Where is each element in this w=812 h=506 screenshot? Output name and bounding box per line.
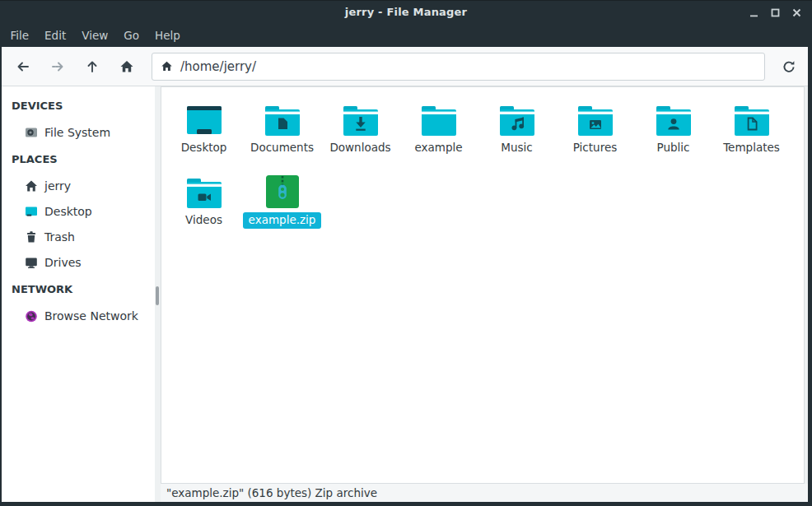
forward-button[interactable] — [46, 54, 69, 79]
sidebar-item-label: Drives — [44, 256, 82, 269]
sidebar-scrollbar[interactable] — [155, 86, 161, 502]
menu-help[interactable]: Help — [147, 26, 189, 45]
file-example-zip[interactable]: example.zip — [243, 172, 321, 244]
menu-go[interactable]: Go — [116, 26, 147, 45]
toolbar: /home/jerry/ — [2, 47, 808, 86]
statusbar-text: "example.zip" (616 bytes) Zip archive — [166, 486, 377, 499]
zip-icon — [264, 172, 301, 210]
arrow-up-icon — [85, 59, 100, 74]
path-text: /home/jerry/ — [180, 59, 256, 74]
harddisk-icon — [25, 126, 38, 139]
folder-templates-icon — [732, 100, 772, 137]
file-example[interactable]: example — [399, 100, 478, 172]
titlebar: jerry - File Manager — [0, 0, 812, 23]
window-body: /home/jerry/ DEVICES File SystemPLACES j… — [2, 47, 808, 502]
sidebar-item-trash[interactable]: Trash — [2, 224, 155, 249]
folder-downloads-icon — [341, 100, 380, 137]
home-small-icon — [25, 179, 38, 193]
file-label: Music — [495, 140, 538, 156]
home-button[interactable] — [115, 54, 138, 79]
window-controls — [743, 1, 807, 24]
file-music[interactable]: Music — [478, 100, 556, 172]
statusbar: "example.zip" (616 bytes) Zip archive — [161, 484, 808, 502]
nav-buttons — [12, 54, 150, 79]
sidebar-item-desktop[interactable]: Desktop — [2, 198, 155, 224]
file-label: Templates — [717, 140, 786, 156]
sidebar-item-jerry[interactable]: jerry — [2, 173, 155, 198]
file-desktop[interactable]: Desktop — [165, 100, 243, 172]
folder-videos-icon — [184, 172, 224, 210]
folder-documents-icon — [263, 100, 302, 137]
sidebar-item-label: Trash — [44, 230, 75, 244]
path-home-icon — [161, 60, 173, 72]
main-column: Desktop Documents Downloads example Musi… — [161, 86, 808, 502]
file-label: Public — [651, 140, 696, 156]
file-label: example.zip — [243, 212, 322, 229]
desktop-icon — [184, 100, 224, 137]
minimize-icon — [749, 7, 759, 18]
maximize-button[interactable] — [764, 2, 786, 22]
file-public[interactable]: Public — [634, 100, 712, 172]
arrow-right-icon — [50, 59, 65, 74]
sidebar-item-label: Desktop — [44, 205, 92, 218]
back-button[interactable] — [12, 54, 35, 79]
menu-edit[interactable]: Edit — [37, 26, 74, 45]
file-videos[interactable]: Videos — [165, 172, 243, 244]
file-label: Pictures — [567, 140, 623, 156]
folder-music-icon — [497, 100, 537, 137]
file-documents[interactable]: Documents — [243, 100, 321, 172]
folder-pictures-icon — [576, 100, 615, 137]
home-icon — [119, 59, 134, 74]
arrow-left-icon — [16, 59, 30, 74]
file-label: Downloads — [324, 140, 396, 156]
scrollbar-thumb[interactable] — [156, 286, 159, 305]
minimize-button[interactable] — [743, 2, 764, 22]
sidebar-item-label: jerry — [44, 179, 71, 193]
file-grid: Desktop Documents Downloads example Musi… — [161, 86, 805, 484]
window-title: jerry - File Manager — [345, 6, 467, 18]
up-button[interactable] — [81, 54, 104, 79]
sidebar-item-drives[interactable]: Drives — [2, 249, 155, 275]
maximize-icon — [770, 7, 781, 18]
path-bar[interactable]: /home/jerry/ — [152, 53, 765, 81]
sidebar-item-browse-network[interactable]: Browse Network — [2, 303, 155, 328]
folder-icon — [419, 100, 459, 137]
menu-view[interactable]: View — [74, 26, 116, 45]
sidebar-header-devices: DEVICES — [2, 91, 155, 119]
reload-button[interactable] — [777, 54, 801, 79]
desktop-small-icon — [25, 205, 38, 218]
sidebar-item-file-system[interactable]: File System — [2, 119, 155, 145]
menubar: FileEditViewGoHelp — [0, 23, 812, 47]
sidebar-header-network: NETWORK — [2, 275, 155, 303]
file-pictures[interactable]: Pictures — [556, 100, 634, 172]
reload-icon — [782, 59, 796, 74]
file-templates[interactable]: Templates — [712, 100, 791, 172]
file-downloads[interactable]: Downloads — [321, 100, 399, 172]
sidebar-header-places: PLACES — [2, 145, 155, 173]
folder-public-icon — [654, 100, 693, 137]
file-label: Desktop — [175, 140, 233, 156]
file-manager-window: jerry - File Manager FileEditViewGoHelp … — [0, 0, 812, 506]
sidebar: DEVICES File SystemPLACES jerry Desktop … — [2, 86, 155, 502]
menu-file[interactable]: File — [2, 26, 37, 45]
file-label: Documents — [245, 140, 320, 156]
globe-icon — [25, 309, 38, 323]
sidebar-item-label: Browse Network — [44, 309, 138, 323]
close-icon — [791, 7, 802, 18]
drives-icon — [25, 256, 38, 269]
close-button[interactable] — [786, 2, 807, 22]
trash-icon — [25, 230, 38, 244]
file-label: Videos — [180, 212, 228, 229]
content: DEVICES File SystemPLACES jerry Desktop … — [2, 86, 808, 502]
sidebar-item-label: File System — [44, 126, 110, 139]
file-label: example — [408, 140, 468, 156]
